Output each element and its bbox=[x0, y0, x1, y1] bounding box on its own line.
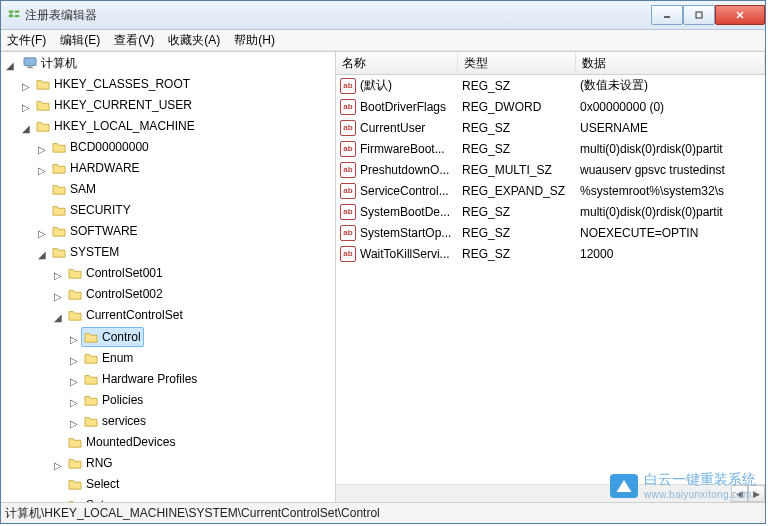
value-name: ServiceControl... bbox=[360, 184, 449, 198]
tree-label-text: HARDWARE bbox=[70, 159, 140, 177]
menu-favorites[interactable]: 收藏夹(A) bbox=[168, 32, 220, 49]
expand-toggle[interactable]: ▷ bbox=[53, 457, 63, 475]
tree-label-text: Enum bbox=[102, 349, 133, 367]
table-row[interactable]: abCurrentUserREG_SZUSERNAME bbox=[336, 117, 765, 138]
table-row[interactable]: abSystemStartOp...REG_SZ NOEXECUTE=OPTIN bbox=[336, 222, 765, 243]
tree-label-text: SYSTEM bbox=[70, 243, 119, 261]
expand-toggle[interactable]: ▷ bbox=[21, 99, 31, 117]
tree-node-enum[interactable]: Enum bbox=[81, 349, 136, 367]
close-button[interactable] bbox=[715, 5, 765, 25]
tree-label-text: Select bbox=[86, 475, 119, 493]
column-data[interactable]: 数据 bbox=[576, 52, 765, 74]
tree-node-hwprofiles[interactable]: Hardware Profiles bbox=[81, 370, 200, 388]
folder-icon bbox=[52, 225, 66, 237]
expand-toggle[interactable]: ▷ bbox=[69, 331, 79, 349]
tree-label-text: ControlSet001 bbox=[86, 264, 163, 282]
title-bar[interactable]: 注册表编辑器 bbox=[1, 1, 765, 30]
table-row[interactable]: abPreshutdownO...REG_MULTI_SZwuauserv gp… bbox=[336, 159, 765, 180]
tree-label-text: RNG bbox=[86, 454, 113, 472]
reg-string-icon: ab bbox=[340, 78, 356, 94]
content-area: ◢ 计算机 ▷HKEY_CLASSES_ROOT ▷HKEY_CURRENT_U… bbox=[1, 51, 765, 502]
menu-view[interactable]: 查看(V) bbox=[114, 32, 154, 49]
expand-toggle[interactable]: ◢ bbox=[5, 57, 15, 75]
value-name: (默认) bbox=[360, 77, 392, 94]
tree-pane[interactable]: ◢ 计算机 ▷HKEY_CLASSES_ROOT ▷HKEY_CURRENT_U… bbox=[1, 52, 336, 502]
tree-node-policies[interactable]: Policies bbox=[81, 391, 146, 409]
expand-toggle[interactable]: ◢ bbox=[37, 246, 47, 264]
value-name: CurrentUser bbox=[360, 121, 425, 135]
expand-toggle[interactable]: ▷ bbox=[53, 288, 63, 306]
tree-label-text: HKEY_CURRENT_USER bbox=[54, 96, 192, 114]
expand-toggle[interactable]: ◢ bbox=[21, 120, 31, 138]
registry-editor-window: 注册表编辑器 文件(F) 编辑(E) 查看(V) 收藏夹(A) 帮助(H) ◢ bbox=[0, 0, 766, 524]
minimize-button[interactable] bbox=[651, 5, 683, 25]
value-data: (数值未设置) bbox=[576, 77, 765, 94]
tree-label-text: ControlSet002 bbox=[86, 285, 163, 303]
value-data: 12000 bbox=[576, 247, 765, 261]
expand-toggle[interactable]: ◢ bbox=[53, 309, 63, 327]
value-type: REG_SZ bbox=[458, 142, 576, 156]
table-row[interactable]: abBootDriverFlagsREG_DWORD0x00000000 (0) bbox=[336, 96, 765, 117]
tree-node-computer[interactable]: 计算机 bbox=[20, 54, 80, 72]
value-type: REG_SZ bbox=[458, 226, 576, 240]
watermark-url: www.baiyunxitong.com bbox=[644, 489, 756, 500]
expand-toggle[interactable]: ▷ bbox=[53, 267, 63, 285]
tree-node-services[interactable]: services bbox=[81, 412, 149, 430]
expand-toggle[interactable]: ▷ bbox=[21, 78, 31, 96]
tree-node-ccs[interactable]: CurrentControlSet bbox=[65, 306, 186, 324]
menu-file[interactable]: 文件(F) bbox=[7, 32, 46, 49]
tree-node-rng[interactable]: RNG bbox=[65, 454, 116, 472]
maximize-button[interactable] bbox=[683, 5, 715, 25]
tree-node-hkcr[interactable]: HKEY_CLASSES_ROOT bbox=[33, 75, 193, 93]
expand-toggle[interactable]: ▷ bbox=[37, 141, 47, 159]
tree-node-cs002[interactable]: ControlSet002 bbox=[65, 285, 166, 303]
table-row[interactable]: abWaitToKillServi...REG_SZ12000 bbox=[336, 243, 765, 264]
tree-node-sam[interactable]: SAM bbox=[49, 180, 99, 198]
table-row[interactable]: abSystemBootDe...REG_SZmulti(0)disk(0)rd… bbox=[336, 201, 765, 222]
menu-bar: 文件(F) 编辑(E) 查看(V) 收藏夹(A) 帮助(H) bbox=[1, 30, 765, 51]
value-type: REG_SZ bbox=[458, 79, 576, 93]
folder-icon bbox=[52, 246, 66, 258]
expand-toggle[interactable]: ▷ bbox=[69, 415, 79, 433]
value-type: REG_SZ bbox=[458, 121, 576, 135]
folder-icon bbox=[52, 183, 66, 195]
value-data: multi(0)disk(0)rdisk(0)partit bbox=[576, 142, 765, 156]
table-row[interactable]: abFirmwareBoot...REG_SZmulti(0)disk(0)rd… bbox=[336, 138, 765, 159]
folder-icon bbox=[52, 141, 66, 153]
menu-help[interactable]: 帮助(H) bbox=[234, 32, 275, 49]
expand-toggle[interactable]: ▷ bbox=[37, 225, 47, 243]
expand-toggle[interactable]: ▷ bbox=[69, 352, 79, 370]
close-icon bbox=[735, 10, 745, 20]
value-name: FirmwareBoot... bbox=[360, 142, 445, 156]
column-name[interactable]: 名称 bbox=[336, 52, 458, 74]
list-body[interactable]: ab(默认)REG_SZ(数值未设置)abBootDriverFlagsREG_… bbox=[336, 75, 765, 484]
list-header: 名称 类型 数据 bbox=[336, 52, 765, 75]
value-data: %systemroot%\system32\s bbox=[576, 184, 765, 198]
tree-node-security[interactable]: SECURITY bbox=[49, 201, 134, 219]
tree-node-software[interactable]: SOFTWARE bbox=[49, 222, 141, 240]
tree-label-text: CurrentControlSet bbox=[86, 306, 183, 324]
expand-toggle[interactable]: ▷ bbox=[37, 162, 47, 180]
tree-node-bcd[interactable]: BCD00000000 bbox=[49, 138, 152, 156]
table-row[interactable]: abServiceControl...REG_EXPAND_SZ%systemr… bbox=[336, 180, 765, 201]
tree-node-system[interactable]: SYSTEM bbox=[49, 243, 122, 261]
expand-toggle[interactable]: ▷ bbox=[69, 394, 79, 412]
value-name: SystemBootDe... bbox=[360, 205, 450, 219]
tree-node-hkcu[interactable]: HKEY_CURRENT_USER bbox=[33, 96, 195, 114]
reg-string-icon: ab bbox=[340, 162, 356, 178]
svg-rect-9 bbox=[24, 58, 36, 66]
tree-node-hklm[interactable]: HKEY_LOCAL_MACHINE bbox=[33, 117, 198, 135]
tree-node-mounted[interactable]: MountedDevices bbox=[65, 433, 178, 451]
tree-node-hardware[interactable]: HARDWARE bbox=[49, 159, 143, 177]
tree-node-cs001[interactable]: ControlSet001 bbox=[65, 264, 166, 282]
tree-node-select[interactable]: Select bbox=[65, 475, 122, 493]
folder-icon bbox=[68, 309, 82, 321]
menu-edit[interactable]: 编辑(E) bbox=[60, 32, 100, 49]
column-type[interactable]: 类型 bbox=[458, 52, 576, 74]
expand-toggle[interactable]: ▷ bbox=[69, 373, 79, 391]
tree-label-text: SAM bbox=[70, 180, 96, 198]
table-row[interactable]: ab(默认)REG_SZ(数值未设置) bbox=[336, 75, 765, 96]
tree-node-control[interactable]: Control bbox=[81, 327, 144, 347]
window-title: 注册表编辑器 bbox=[25, 7, 97, 24]
tree-label-text: 计算机 bbox=[41, 54, 77, 72]
